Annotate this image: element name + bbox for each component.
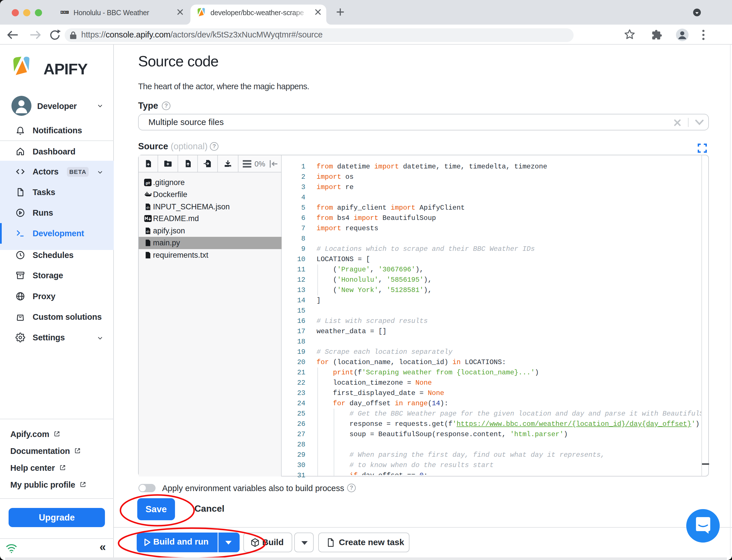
svg-text:git: git [146, 181, 150, 185]
svg-text:B: B [64, 11, 66, 14]
svg-text:‹/›: ‹/› [146, 230, 149, 234]
svg-text:‹/›: ‹/› [146, 206, 149, 210]
svg-text:B: B [61, 11, 63, 14]
svg-text:C: C [67, 11, 68, 14]
